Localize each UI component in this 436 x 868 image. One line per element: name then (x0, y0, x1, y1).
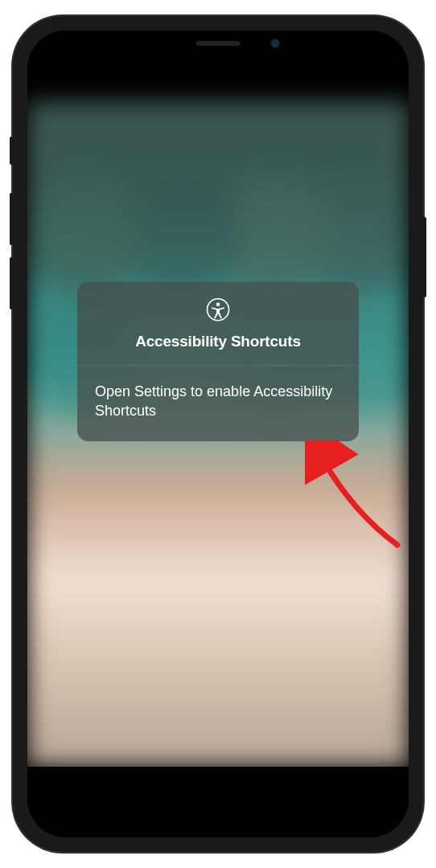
silence-switch (10, 137, 13, 165)
power-button (423, 217, 426, 297)
panel-header: Accessibility Shortcuts (77, 281, 359, 366)
speaker-grille (196, 41, 241, 46)
letterbox-bottom (27, 767, 409, 837)
notch (125, 31, 311, 56)
volume-up-button (10, 193, 13, 245)
screen: Accessibility Shortcuts Open Settings to… (27, 31, 409, 837)
panel-body[interactable]: Open Settings to enable Accessibility Sh… (77, 366, 359, 442)
phone-frame: Accessibility Shortcuts Open Settings to… (13, 16, 423, 852)
panel-message: Open Settings to enable Accessibility Sh… (95, 382, 341, 421)
accessibility-icon (206, 297, 230, 325)
svg-point-1 (216, 302, 220, 306)
panel-title: Accessibility Shortcuts (93, 333, 343, 350)
accessibility-shortcuts-panel[interactable]: Accessibility Shortcuts Open Settings to… (77, 281, 359, 442)
phone-screen-bezel: Accessibility Shortcuts Open Settings to… (27, 31, 409, 837)
volume-down-button (10, 257, 13, 309)
front-camera (270, 39, 280, 48)
